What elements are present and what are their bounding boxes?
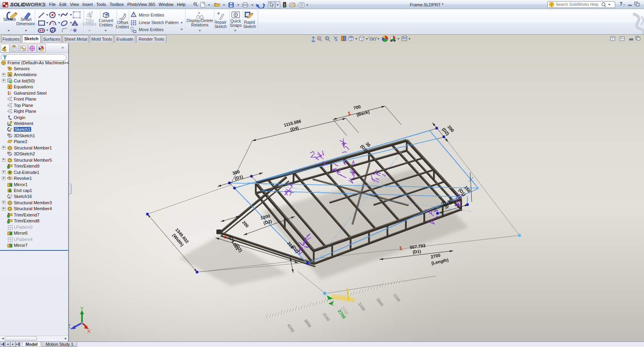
svg-text:?: ?: [551, 3, 553, 7]
svg-text:?: ?: [620, 1, 622, 7]
svg-text:A: A: [9, 73, 11, 77]
svg-text:3D: 3D: [7, 151, 11, 154]
svg-text:3D: 3D: [7, 133, 11, 136]
svg-text:Σ: Σ: [9, 85, 11, 89]
